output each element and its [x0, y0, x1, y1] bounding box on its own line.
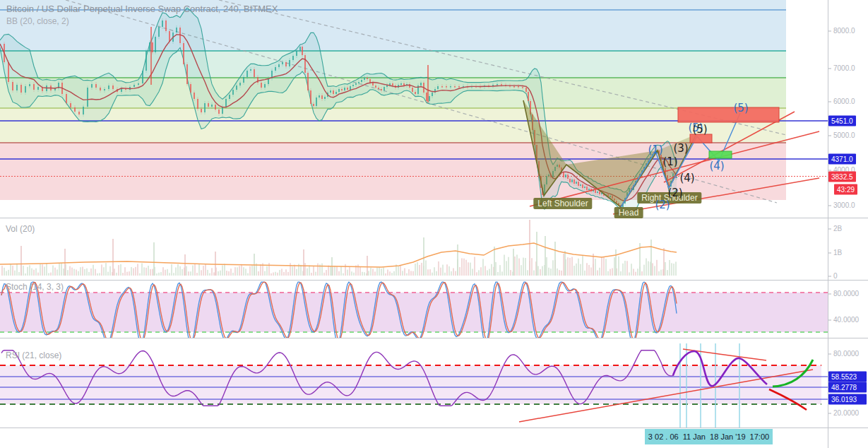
rsi-level-badge: 58.5523: [828, 372, 867, 382]
volume-bars: [1, 220, 677, 276]
price-level-badge: 5451.0: [828, 116, 856, 126]
price-axis-tick: 8000.0: [833, 27, 855, 35]
stoch-band: [0, 293, 828, 332]
rsi-level-badge: 48.2778: [828, 382, 867, 393]
rsi-axis-tick: 80.0000: [833, 350, 859, 358]
separator-rsi-axis: [0, 428, 868, 428]
separator-main-volume[interactable]: [0, 218, 868, 218]
last-price-badge: 3832.5: [828, 172, 856, 182]
volume-axis-tick: 1B: [833, 249, 842, 257]
stoch-axis-tick: 80.0000: [833, 290, 859, 297]
price-axis-tick: 6000.0: [833, 98, 855, 105]
rsi-axis-tick: 20.0000: [833, 409, 859, 417]
rsi-level-badge: 36.0193: [828, 394, 867, 405]
separator-stoch-rsi[interactable]: [0, 338, 868, 338]
last-price-badge: 43:29: [834, 184, 857, 195]
volume-axis-tick: 0: [833, 272, 838, 280]
separator-volume-stoch[interactable]: [0, 280, 868, 281]
volume-axis-tick: 2B: [833, 225, 842, 232]
price-level-badge: 4371.0: [828, 154, 856, 165]
price-axis-tick: 3000.0: [833, 201, 855, 209]
price-axis-tick: 5000.0: [833, 131, 855, 139]
trading-chart-window: Bitcoin / US Dollar Perpetual Inverse Sw…: [0, 0, 868, 448]
price-axis-tick: 7000.0: [833, 64, 855, 72]
chart-canvas[interactable]: [0, 0, 868, 448]
stoch-axis-tick: 40.0000: [833, 316, 859, 324]
time-axis-selection-range: 3 02 . 06 11 Jan 18 Jan '19 17:00: [645, 429, 773, 444]
volume-ma-line: [0, 243, 677, 267]
